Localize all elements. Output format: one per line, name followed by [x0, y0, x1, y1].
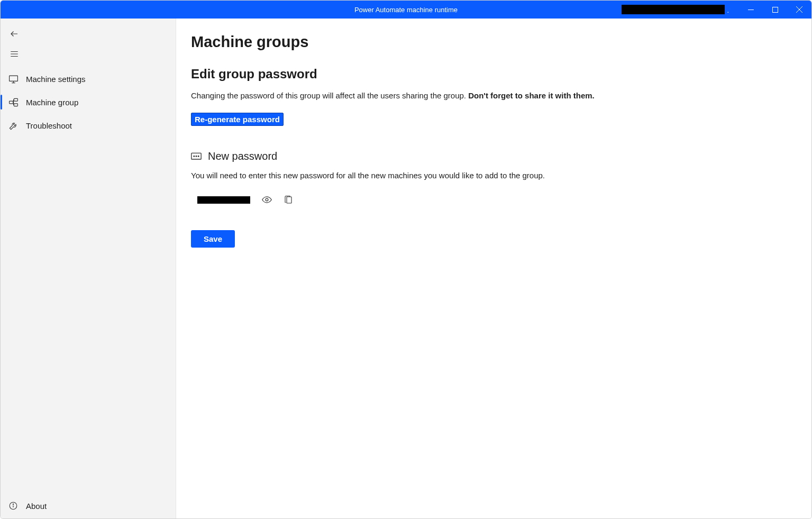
password-value: [197, 196, 250, 204]
sidebar-item-label: About: [26, 502, 47, 511]
main-content: Machine groups Edit group password Chang…: [176, 19, 811, 518]
svg-point-16: [13, 504, 13, 504]
reveal-password-button[interactable]: [262, 195, 272, 205]
copy-password-button[interactable]: [284, 195, 293, 205]
wrench-icon: [8, 120, 19, 131]
password-row: [197, 195, 811, 205]
svg-point-19: [196, 156, 197, 157]
copy-icon: [284, 195, 293, 205]
hamburger-icon: [9, 49, 20, 59]
minimize-button[interactable]: [738, 1, 763, 19]
svg-rect-13: [14, 103, 17, 106]
hamburger-button[interactable]: [1, 44, 176, 64]
maximize-button[interactable]: [763, 1, 787, 19]
nav-list: Machine settings Machine group Troublesh…: [1, 67, 176, 137]
svg-rect-22: [287, 197, 291, 203]
svg-rect-8: [9, 76, 17, 81]
sidebar-item-troubleshoot[interactable]: Troubleshoot: [1, 114, 176, 137]
eye-icon: [262, 195, 272, 205]
svg-point-21: [266, 198, 268, 201]
sidebar-item-label: Troubleshoot: [26, 121, 72, 130]
machine-group-icon: [8, 97, 19, 107]
user-account-label[interactable]: [622, 5, 725, 14]
close-button[interactable]: [787, 1, 811, 19]
monitor-icon: [8, 74, 19, 84]
section-description: Changing the password of this group will…: [191, 91, 811, 100]
titlebar: Power Automate machine runtime: [1, 1, 811, 19]
new-password-description: You will need to enter this new password…: [191, 171, 811, 180]
svg-rect-11: [9, 101, 13, 104]
sidebar: Machine settings Machine group Troublesh…: [1, 19, 176, 518]
info-icon: [8, 500, 19, 511]
arrow-left-icon: [9, 29, 20, 39]
sidebar-item-about[interactable]: About: [1, 493, 176, 518]
svg-point-20: [198, 156, 199, 157]
sidebar-item-label: Machine group: [26, 98, 78, 107]
password-field-icon: [191, 151, 202, 162]
sidebar-item-machine-group[interactable]: Machine group: [1, 90, 176, 114]
svg-point-18: [194, 156, 195, 157]
app-title: Power Automate machine runtime: [354, 6, 458, 14]
page-title: Machine groups: [191, 33, 811, 51]
section-title: Edit group password: [191, 67, 811, 81]
back-button[interactable]: [1, 24, 176, 44]
svg-rect-1: [772, 7, 778, 12]
new-password-title: New password: [208, 150, 277, 162]
new-password-header: New password: [191, 150, 811, 162]
sidebar-item-label: Machine settings: [26, 75, 86, 84]
sidebar-item-machine-settings[interactable]: Machine settings: [1, 67, 176, 90]
regenerate-password-button[interactable]: Re-generate password: [191, 113, 284, 126]
svg-rect-12: [14, 98, 17, 101]
save-button[interactable]: Save: [191, 230, 235, 248]
